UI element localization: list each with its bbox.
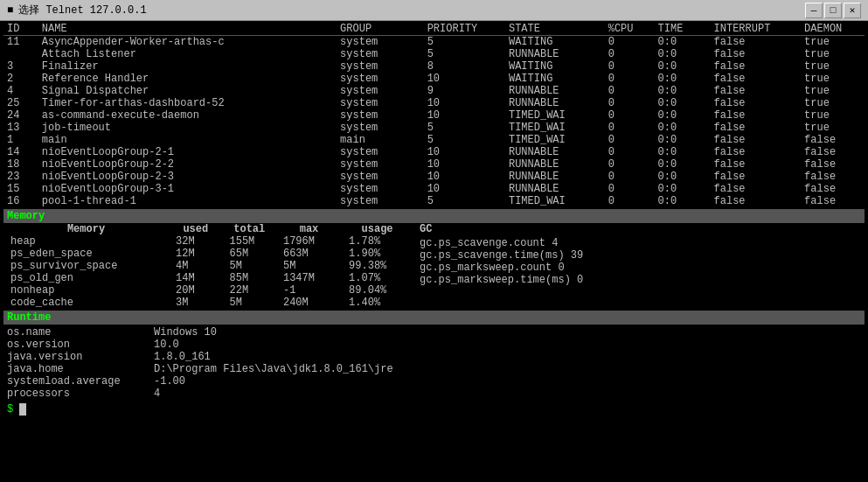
runtime-val: 10.0 — [154, 339, 179, 351]
col-cpu: %CPU — [605, 23, 655, 36]
cell-priority: 8 — [424, 60, 505, 73]
cell-group: system — [337, 85, 424, 97]
cell-id: 25 — [3, 97, 38, 109]
table-row: 2 Reference Handler system 10 WAITING 0 … — [3, 73, 865, 85]
mem-total: 5M — [223, 297, 276, 309]
runtime-key: java.version — [7, 351, 147, 363]
prompt-symbol: $ — [7, 403, 19, 416]
minimize-button[interactable]: — — [805, 3, 823, 18]
mem-used: 32M — [169, 235, 222, 248]
table-row: 23 nioEventLoopGroup-2-3 system 10 RUNNA… — [3, 171, 865, 183]
cell-id: 3 — [3, 60, 38, 73]
cell-name: Reference Handler — [38, 73, 337, 85]
cell-group: system — [337, 146, 424, 158]
cell-interrupt: false — [711, 183, 802, 195]
mem-col-max: max — [276, 223, 342, 235]
cell-cpu: 0 — [605, 73, 655, 85]
cell-time: 0:0 — [655, 158, 711, 171]
cell-daemon: false — [801, 146, 865, 158]
col-priority: PRIORITY — [424, 23, 505, 36]
runtime-key: os.version — [7, 339, 147, 351]
cell-time: 0:0 — [655, 122, 711, 134]
cell-cpu: 0 — [605, 171, 655, 183]
table-row: 25 Timer-for-arthas-dashboard-52 system … — [3, 97, 865, 109]
cell-interrupt: false — [711, 60, 802, 73]
cell-name: AsyncAppender-Worker-arthas-c — [38, 36, 337, 49]
prompt-line: $ — [3, 402, 865, 417]
table-row: 18 nioEventLoopGroup-2-2 system 10 RUNNA… — [3, 158, 865, 171]
cell-interrupt: false — [711, 171, 802, 183]
cell-cpu: 0 — [605, 109, 655, 122]
memory-table: Memory used total max usage heap 32M 155… — [3, 223, 413, 309]
col-time: TIME — [655, 23, 711, 36]
runtime-row: os.name Windows 10 — [7, 326, 861, 339]
mem-name: ps_eden_space — [3, 248, 169, 260]
cell-priority: 10 — [424, 73, 505, 85]
cell-priority: 10 — [424, 146, 505, 158]
lower-area: Memory used total max usage heap 32M 155… — [3, 223, 865, 309]
mem-total: 65M — [223, 248, 276, 260]
gc-row: gc.ps_marksweep.count 0 — [420, 262, 865, 274]
runtime-key: systemload.average — [7, 375, 147, 388]
cell-priority: 10 — [424, 183, 505, 195]
cell-state: RUNNABLE — [505, 48, 605, 60]
mem-name: nonheap — [3, 284, 169, 297]
close-button[interactable]: ✕ — [844, 3, 861, 18]
cell-priority: 5 — [424, 36, 505, 49]
thread-table-header: ID NAME GROUP PRIORITY STATE %CPU TIME I… — [3, 23, 865, 36]
runtime-row: processors 4 — [7, 388, 861, 400]
runtime-val: -1.00 — [154, 375, 185, 388]
table-row: 13 job-timeout system 5 TIMED_WAI 0 0:0 … — [3, 122, 865, 134]
cursor — [19, 403, 26, 416]
mem-used: 14M — [169, 272, 222, 284]
cell-group: system — [337, 122, 424, 134]
table-row: 15 nioEventLoopGroup-3-1 system 10 RUNNA… — [3, 183, 865, 195]
cell-name: Attach Listener — [38, 48, 337, 60]
cell-cpu: 0 — [605, 158, 655, 171]
cell-interrupt: false — [711, 85, 802, 97]
cell-state: RUNNABLE — [505, 171, 605, 183]
runtime-val: Windows 10 — [154, 326, 217, 339]
gc-right-panel: GC gc.ps_scavenge.count 4gc.ps_scavenge.… — [413, 223, 865, 309]
mem-usage: 1.90% — [342, 248, 413, 260]
cell-state: WAITING — [505, 73, 605, 85]
cell-time: 0:0 — [655, 97, 711, 109]
cell-interrupt: false — [711, 146, 802, 158]
cell-id: 23 — [3, 171, 38, 183]
cell-daemon: false — [801, 183, 865, 195]
mem-used: 20M — [169, 284, 222, 297]
cell-daemon: true — [801, 48, 865, 60]
cell-group: system — [337, 171, 424, 183]
cell-time: 0:0 — [655, 146, 711, 158]
cell-name: main — [38, 134, 337, 146]
cell-id: 15 — [3, 183, 38, 195]
memory-row: code_cache 3M 5M 240M 1.40% — [3, 297, 413, 309]
gc-row: gc.ps_scavenge.count 4 — [420, 237, 865, 249]
cell-group: system — [337, 97, 424, 109]
table-row: 3 Finalizer system 8 WAITING 0 0:0 false… — [3, 60, 865, 73]
thread-table: ID NAME GROUP PRIORITY STATE %CPU TIME I… — [3, 23, 865, 207]
cell-state: TIMED_WAI — [505, 195, 605, 207]
cell-interrupt: false — [711, 122, 802, 134]
col-id: ID — [3, 23, 38, 36]
cell-state: TIMED_WAI — [505, 109, 605, 122]
table-row: Attach Listener system 5 RUNNABLE 0 0:0 … — [3, 48, 865, 60]
memory-row: ps_eden_space 12M 65M 663M 1.90% — [3, 248, 413, 260]
mem-name: heap — [3, 235, 169, 248]
cell-cpu: 0 — [605, 195, 655, 207]
gc-row: gc.ps_marksweep.time(ms) 0 — [420, 274, 865, 286]
cell-priority: 10 — [424, 158, 505, 171]
mem-usage: 89.04% — [342, 284, 413, 297]
mem-total: 85M — [223, 272, 276, 284]
cell-time: 0:0 — [655, 171, 711, 183]
mem-col-used: used — [169, 223, 222, 235]
maximize-button[interactable]: □ — [824, 3, 842, 18]
cell-id: 11 — [3, 36, 38, 49]
cell-daemon: true — [801, 73, 865, 85]
cell-interrupt: false — [711, 97, 802, 109]
cell-name: nioEventLoopGroup-2-2 — [38, 158, 337, 171]
cell-daemon: true — [801, 97, 865, 109]
cell-name: Finalizer — [38, 60, 337, 73]
mem-max: 1796M — [276, 235, 342, 248]
mem-max: 5M — [276, 260, 342, 272]
